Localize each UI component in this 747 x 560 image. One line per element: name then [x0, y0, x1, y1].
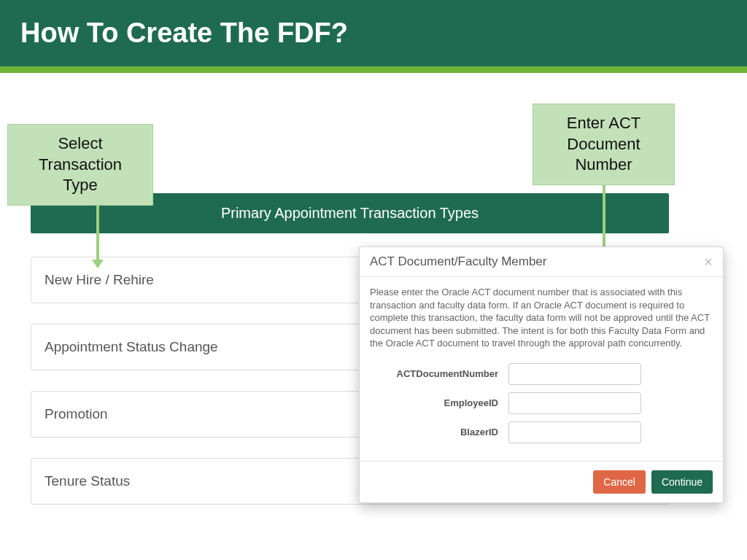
- transaction-type-label: Tenure Status: [44, 473, 130, 489]
- dialog-header: ACT Document/Faculty Member ×: [360, 247, 723, 277]
- form-row-act-number: ACTDocumentNumber: [370, 363, 713, 385]
- act-number-input[interactable]: [508, 363, 641, 385]
- page-title: How To Create The FDF?: [20, 18, 348, 48]
- callout-select-transaction-type: Select Transaction Type: [7, 124, 153, 206]
- callout-right-text: Enter ACT Document Number: [567, 114, 640, 174]
- dialog-body: Please enter the Oracle ACT document num…: [360, 277, 723, 461]
- continue-button[interactable]: Continue: [651, 470, 713, 494]
- blazer-id-label: BlazerID: [370, 427, 508, 438]
- close-icon[interactable]: ×: [704, 254, 713, 269]
- transaction-type-label: New Hire / Rehire: [44, 272, 154, 287]
- act-number-label: ACTDocumentNumber: [370, 368, 508, 379]
- banner-underline: [0, 66, 747, 73]
- cancel-button[interactable]: Cancel: [593, 470, 646, 494]
- section-header-text: Primary Appointment Transaction Types: [221, 205, 479, 221]
- blazer-id-input[interactable]: [508, 421, 641, 443]
- dialog-footer: Cancel Continue: [360, 461, 723, 502]
- page-title-banner: How To Create The FDF?: [0, 0, 747, 66]
- dialog-description: Please enter the Oracle ACT document num…: [370, 286, 713, 350]
- employee-id-label: EmployeeID: [370, 397, 508, 408]
- employee-id-input[interactable]: [508, 392, 641, 414]
- callout-enter-act-number: Enter ACT Document Number: [533, 104, 675, 185]
- transaction-type-label: Promotion: [44, 406, 108, 421]
- act-document-dialog: ACT Document/Faculty Member × Please ent…: [359, 246, 724, 503]
- form-row-employee-id: EmployeeID: [370, 392, 713, 414]
- form-row-blazer-id: BlazerID: [370, 421, 713, 443]
- dialog-title: ACT Document/Faculty Member: [370, 254, 546, 269]
- transaction-type-label: Appointment Status Change: [44, 339, 218, 354]
- callout-left-text: Select Transaction Type: [39, 134, 122, 194]
